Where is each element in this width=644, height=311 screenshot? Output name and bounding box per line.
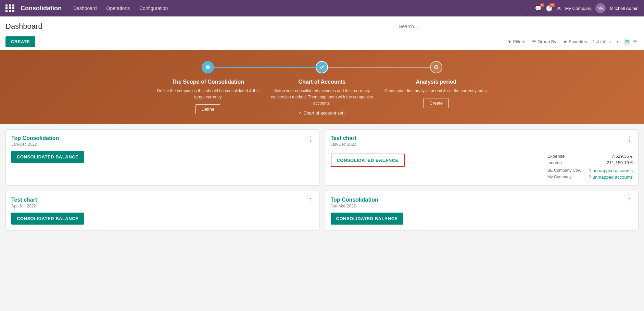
wizard-step-scope: The Scope of Consolidation Define the co… [151,61,264,114]
card1-menu-button[interactable]: ⋮ [307,135,314,143]
card2-title: Test chart [331,135,356,141]
card1-consolidated-button[interactable]: CONSOLIDATED BALANCE [11,151,84,163]
groupby-button[interactable]: ☰ Group By [531,38,558,46]
step-chart-desc: Setup your consolidated accounts and the… [265,88,378,106]
nav-dashboard[interactable]: Dashboard [73,4,98,12]
card-top-consolidation-2: Top Consolidation Jan-Mar 2022 ⋮ CONSOLI… [325,191,639,230]
card2-stats-section: Expense 7,529.35 € Income -211,159.19 € … [547,154,633,180]
card4-title: Top Consolidation [331,197,378,203]
step-analysis-title: Analysis period [416,79,456,85]
company-my-link[interactable]: 7 unmapped accounts [589,175,633,180]
stat-expense-value: 7,529.35 € [612,154,633,159]
card2-menu-button[interactable]: ⋮ [627,135,633,143]
card1-header: Top Consolidation Jan-Dec 2022 ⋮ [11,135,314,151]
filter-icon: ▼ [507,39,512,44]
step-scope-desc: Define the companies that should be cons… [151,88,264,100]
card2-consolidated-button[interactable]: CONSOLIDATED BALANCE [331,154,405,167]
stat-expense: Expense 7,529.35 € [547,154,633,159]
user-name: Mitchell Admin [610,6,639,11]
card4-consolidated-button[interactable]: CONSOLIDATED BALANCE [331,213,403,225]
card4-header: Top Consolidation Jan-Mar 2022 ⋮ [331,197,633,213]
svg-point-0 [206,65,210,69]
app-grid-icon[interactable] [5,4,15,12]
card2-stats: Expense 7,529.35 € Income -211,159.19 € [547,154,633,165]
wizard-step-chart: Chart of Accounts Setup your consolidate… [265,61,378,116]
card-test-chart-2: Test chart Apr-Jun 2022 ⋮ CONSOLIDATED B… [5,191,319,230]
card2-content: CONSOLIDATED BALANCE Expense 7,529.35 € … [331,154,633,180]
pagination: 1-4 / 4 ‹ › [592,38,620,46]
card-top-consolidation-1: Top Consolidation Jan-Dec 2022 ⋮ CONSOLI… [5,129,319,186]
chat-badge: 5 [540,3,544,7]
stat-expense-label: Expense [547,154,565,159]
check-icon: ✓ [298,110,302,116]
top-navigation: Consolidation Dashboard Operations Confi… [0,0,644,16]
wizard-step-analysis: Analysis period Create your first analys… [380,61,493,108]
step-chart-circle[interactable] [316,61,328,73]
stat-income-value: -211,159.19 € [605,160,633,165]
card3-period: Apr-Jun 2022 [11,204,37,208]
card2-period: Jan-Dec 2022 [331,142,356,147]
star-icon: ★ [563,39,567,44]
dashboard-cards: Top Consolidation Jan-Dec 2022 ⋮ CONSOLI… [0,124,644,236]
company-name[interactable]: My Company [565,6,592,11]
list-view-button[interactable]: ☰ [632,38,639,46]
page-header: Dashboard CREATE ▼ Filters ☰ Group By ★ … [0,16,644,50]
step-analysis-button[interactable]: Create [424,98,449,108]
kanban-view-button[interactable]: ⊞ [624,38,630,46]
card4-period: Jan-Mar 2022 [331,204,378,208]
step-scope-button[interactable]: Define [195,104,220,114]
avatar[interactable]: MA [595,3,606,13]
prev-page-button[interactable]: ‹ [608,38,612,46]
card4-menu-button[interactable]: ⋮ [627,197,633,204]
stat-income: Income -211,159.19 € [547,160,633,165]
step-analysis-circle[interactable] [430,61,442,73]
view-toggle: ⊞ ☰ [624,38,639,46]
card1-title: Top Consolidation [11,135,59,141]
chat-icon[interactable]: 💬 5 [535,5,542,12]
step-chart-status: ✓ Chart of account set ! [298,110,346,116]
page-title: Dashboard [5,19,42,34]
clock-icon[interactable]: 🕐 22 [546,5,553,12]
card3-header: Test chart Apr-Jun 2022 ⋮ [11,197,314,213]
nav-icons: 📞 💬 5 🕐 22 ✕ My Company MA Mitchell Admi… [524,3,639,13]
company-row-be: BE Company CoA 1 unmapped accounts [547,168,633,173]
filters-button[interactable]: ▼ Filters [506,38,527,46]
page-toolbar: CREATE ▼ Filters ☰ Group By ★ Favorites … [5,34,639,50]
step-chart-title: Chart of Accounts [298,79,345,85]
step-scope-title: The Scope of Consolidation [172,79,244,85]
clock-badge: 22 [549,3,555,7]
company-be-link[interactable]: 1 unmapped accounts [589,168,633,173]
company-row-my: My Company 7 unmapped accounts [547,175,633,180]
step-scope-circle[interactable] [202,61,214,73]
groupby-icon: ☰ [532,39,536,44]
wizard-banner: The Scope of Consolidation Define the co… [0,50,644,124]
phone-icon[interactable]: 📞 [524,5,531,12]
card3-consolidated-button[interactable]: CONSOLIDATED BALANCE [11,213,84,225]
company-be-name: BE Company CoA [547,168,581,173]
card3-title: Test chart [11,197,37,203]
company-my-name: My Company [547,175,572,180]
nav-operations[interactable]: Operations [106,4,130,12]
search-input[interactable] [399,22,639,31]
wizard-steps: The Scope of Consolidation Define the co… [151,61,493,116]
nav-configuration[interactable]: Configuration [139,4,168,12]
card1-period: Jan-Dec 2022 [11,142,59,147]
favorites-button[interactable]: ★ Favorites [562,38,588,46]
step-analysis-desc: Create your first analysis period & set … [384,88,488,94]
close-icon[interactable]: ✕ [557,5,561,12]
nav-links: Dashboard Operations Configuration [73,4,168,12]
card2-companies: BE Company CoA 1 unmapped accounts My Co… [547,168,633,180]
stat-income-label: Income [547,160,562,165]
create-button[interactable]: CREATE [5,36,35,47]
svg-point-1 [434,65,438,69]
card2-header: Test chart Jan-Dec 2022 ⋮ [331,135,633,151]
card3-menu-button[interactable]: ⋮ [307,197,314,204]
app-name: Consolidation [21,5,62,12]
card-test-chart-1: Test chart Jan-Dec 2022 ⋮ CONSOLIDATED B… [325,129,639,186]
next-page-button[interactable]: › [615,38,620,46]
